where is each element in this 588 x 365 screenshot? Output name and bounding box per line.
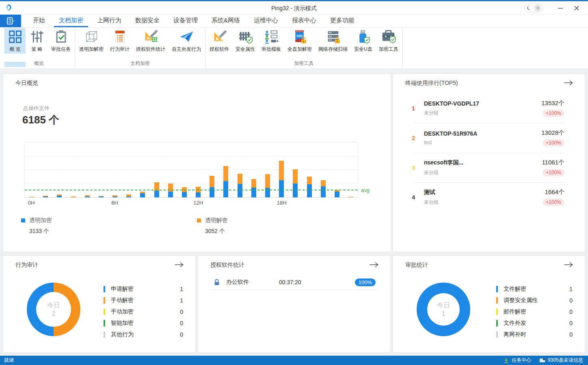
bar-3H bbox=[67, 143, 80, 197]
bar-19H bbox=[288, 143, 302, 197]
ribbon-button[interactable]: 概 览 bbox=[4, 28, 26, 54]
ranking-row[interactable]: 2 DESKTOP-51R976A test 13028个 +100% bbox=[393, 123, 585, 153]
legend-label: 离网补时 bbox=[504, 331, 526, 338]
ribbon-button[interactable]: 行为审计 bbox=[107, 28, 132, 54]
close-icon bbox=[574, 5, 579, 11]
ribbon-button[interactable]: 自主外发行为 bbox=[169, 28, 204, 54]
legend-row: 手动加密 0 bbox=[104, 306, 183, 317]
app-menu-icon bbox=[6, 17, 15, 26]
chart-x-axis: 0H6H12H18H bbox=[24, 200, 358, 206]
ribbon-button[interactable]: 安全属性 bbox=[233, 28, 258, 54]
ribbon-button[interactable]: 安全U盘 bbox=[351, 28, 375, 54]
bar-23H bbox=[344, 143, 358, 197]
lock-icon bbox=[213, 279, 220, 286]
outgoing-behavior-icon bbox=[179, 29, 194, 44]
ribbon-button[interactable]: 授权软件统计 bbox=[133, 28, 168, 54]
x-tick-18H: 18H bbox=[277, 200, 287, 206]
legend-value: 0 bbox=[180, 309, 183, 315]
ribbon-button[interactable]: 加密工具 bbox=[376, 28, 401, 54]
avg-line bbox=[25, 190, 358, 190]
bar-21H bbox=[316, 143, 330, 197]
menu-tab-label: 上网行为 bbox=[97, 17, 121, 24]
encrypt-toolbox-icon bbox=[381, 29, 396, 44]
menu-tab[interactable]: 运维中心 bbox=[249, 15, 283, 27]
audit-legend: 申请解密 1 手动解密 1 手动加密 0 智能加密 bbox=[104, 283, 183, 340]
audit-donut-chart: 今日 2 bbox=[27, 283, 80, 336]
unread-messages-button[interactable]: 9305条未读信息 bbox=[539, 357, 583, 364]
ranking-row[interactable]: 4 测试 未分组 1664个 +100% bbox=[393, 182, 585, 212]
minimize-button[interactable] bbox=[552, 1, 569, 15]
window-title: Ping32 - 演示模式 bbox=[0, 5, 588, 12]
software-duration: 00:37:20 bbox=[279, 279, 301, 285]
legend-label: 申请解密 bbox=[111, 285, 134, 293]
legend-transparent-decrypt: 透明解密 3052 个 bbox=[197, 217, 228, 235]
ranking-row[interactable]: 1 DESKTOP-VGDPL17 未分组 13532个 +100% bbox=[393, 93, 585, 123]
legend-row: 调整安全属性 0 bbox=[496, 295, 573, 306]
arrow-right-icon[interactable] bbox=[174, 261, 184, 268]
arrow-right-icon[interactable] bbox=[564, 80, 573, 86]
card-title: 授权软件统计 bbox=[210, 261, 244, 269]
menu-tab[interactable]: 文档加密 bbox=[54, 15, 88, 27]
ribbon-button[interactable]: 策 略 bbox=[26, 28, 48, 54]
ribbon-button[interactable]: 透明加解密 bbox=[76, 28, 106, 54]
approval-tasks-icon bbox=[54, 29, 69, 44]
overview-grid-icon bbox=[8, 29, 23, 44]
rank-number: 4 bbox=[412, 194, 424, 201]
delta-badge: +100% bbox=[543, 110, 564, 117]
mail-icon bbox=[539, 357, 545, 363]
menu-tab[interactable]: 报表中心 bbox=[287, 15, 321, 27]
donut-center-label: 今日 bbox=[47, 301, 60, 309]
menu-tab[interactable]: 数据安全 bbox=[130, 15, 164, 27]
menu-tab[interactable]: 更多功能 bbox=[325, 15, 359, 27]
bar-2H bbox=[52, 143, 66, 197]
ribbon-button-label: 安全属性 bbox=[236, 46, 255, 53]
theme-toggle[interactable] bbox=[524, 4, 543, 13]
ribbon-button-label: 加密工具 bbox=[379, 46, 398, 53]
bar-20H bbox=[302, 143, 316, 197]
rank-number: 2 bbox=[412, 134, 424, 141]
ribbon-button[interactable]: 审批任务 bbox=[48, 28, 74, 54]
behavior-audit-card: 行为审计 今日 2 申请解密 1 手动解密 1 bbox=[3, 256, 195, 352]
bar-9H bbox=[150, 143, 164, 197]
bar-1H bbox=[39, 143, 52, 197]
legend-label: 邮件解密 bbox=[504, 308, 526, 315]
menu-tab[interactable]: 系统&网络 bbox=[207, 15, 245, 27]
legend-swatch bbox=[104, 286, 105, 292]
ribbon-button[interactable]: 授权软件 bbox=[207, 28, 232, 54]
ranking-row[interactable]: 3 nsecsoft李国... 未分组 11061个 +100% bbox=[393, 153, 585, 182]
menu-tab[interactable]: 上网行为 bbox=[92, 15, 126, 27]
total-files-label: 总操作文件 bbox=[23, 105, 50, 112]
ribbon-group-encryption-tools: 授权软件 安全属性 审批模板 全盘加解密 bbox=[205, 28, 403, 69]
terminal-count: 13532个 bbox=[541, 99, 564, 107]
arrow-right-icon[interactable] bbox=[369, 261, 379, 268]
legend-value: 1 bbox=[569, 286, 573, 292]
ribbon-button[interactable]: 全盘加解密 bbox=[285, 28, 315, 54]
chart-bars bbox=[25, 143, 358, 197]
menu-tab[interactable]: 设备管理 bbox=[169, 15, 203, 27]
bar-18H bbox=[275, 143, 288, 197]
task-center-button[interactable]: 任务中心 bbox=[503, 357, 531, 364]
ribbon-button[interactable]: 网络存储扫描 bbox=[316, 28, 350, 54]
legend-swatch bbox=[496, 331, 498, 338]
legend-swatch bbox=[496, 320, 498, 326]
bar-6H bbox=[108, 143, 122, 197]
full-disk-encrypt-icon bbox=[292, 29, 307, 44]
legend-label: 智能加密 bbox=[111, 320, 134, 327]
policy-sliders-icon bbox=[30, 29, 45, 44]
arrow-right-icon[interactable] bbox=[564, 261, 573, 268]
status-bar: 就绪 任务中心 9305条未读信息 bbox=[0, 356, 588, 365]
avg-label: avg bbox=[361, 187, 370, 193]
legend-value: 0 bbox=[569, 320, 573, 326]
legend-label: 文件解密 bbox=[504, 285, 526, 293]
rank-number: 1 bbox=[412, 105, 424, 112]
card-title: 终端使用排行(TOP5) bbox=[405, 80, 458, 87]
ribbon-button[interactable]: 审批模板 bbox=[259, 28, 284, 54]
bar-22H bbox=[330, 143, 344, 197]
close-button[interactable] bbox=[569, 1, 585, 15]
card-title: 今日概览 bbox=[15, 80, 38, 87]
authorized-software-card: 授权软件统计 办公软件 00:37:20 100% bbox=[198, 256, 390, 352]
delta-badge: +100% bbox=[543, 199, 564, 206]
app-menu-button[interactable] bbox=[0, 15, 21, 27]
menu-tab[interactable]: 开始 bbox=[28, 15, 50, 27]
unread-messages-label: 9305条未读信息 bbox=[548, 357, 583, 364]
